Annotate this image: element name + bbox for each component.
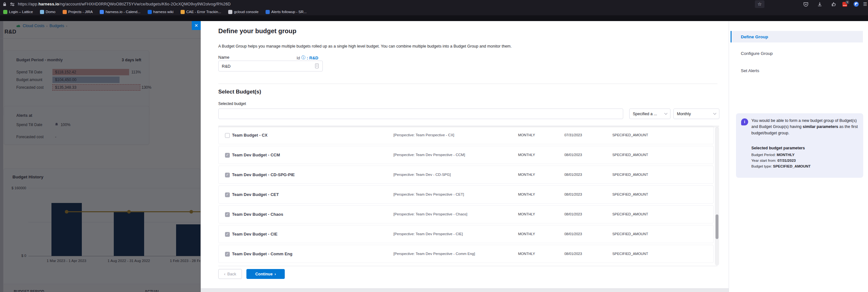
bookmark-item[interactable]: Projects - JIRA xyxy=(63,10,93,14)
bookmarks-bar: Login – Lattice Domo Projects - JIRA har… xyxy=(0,8,868,15)
chevron-down-icon xyxy=(664,112,668,115)
bookmark-favicon xyxy=(63,10,67,14)
budget-row[interactable]: Team Dev Budget - CD-SPG-PIE[Perspective… xyxy=(218,166,714,184)
url-text[interactable]: https://app.harness.io/ng/account/wFHXHD… xyxy=(18,2,231,6)
scrollbar-thumb[interactable] xyxy=(716,214,718,239)
info-bubble-icon: i xyxy=(741,118,748,125)
budget-checkbox[interactable] xyxy=(225,173,230,177)
bookmark-favicon xyxy=(181,10,185,14)
close-icon[interactable]: ✕ xyxy=(192,21,201,30)
info-panel: i You would be able to form a new budget… xyxy=(736,113,863,178)
budget-group-modal: Define your budget group A Budget Group … xyxy=(201,21,868,292)
bookmark-item[interactable]: harness.io - Calend... xyxy=(100,10,140,14)
chevron-down-icon xyxy=(713,112,716,115)
select-budgets-heading: Select Budget(s) xyxy=(218,89,261,95)
bookmark-star-icon[interactable]: ☆ xyxy=(755,0,765,8)
budget-checkbox[interactable] xyxy=(225,192,230,197)
continue-button[interactable]: Continue› xyxy=(246,269,285,279)
budget-row[interactable]: Team Dev Budget - Comm Eng[Perspective: … xyxy=(218,245,714,263)
lock-icon[interactable] xyxy=(3,2,7,6)
name-label: Name xyxy=(218,55,229,60)
budget-row[interactable]: Team Dev Budget - CIE[Perspective: Team … xyxy=(218,225,714,243)
budget-row[interactable]: Team Dev Budget - CET[Perspective: Team … xyxy=(218,185,714,204)
browser-chrome: https://app.harness.io/ng/account/wFHXHD… xyxy=(0,0,868,15)
id-value: : R&D xyxy=(307,56,318,60)
profile-avatar-icon[interactable] xyxy=(852,0,860,8)
budget-checkbox[interactable] xyxy=(225,232,230,237)
budget-checkbox[interactable] xyxy=(225,153,230,158)
modal-subtitle: A Budget Group helps you manage multiple… xyxy=(218,44,512,48)
id-info-icon[interactable]: ⓘ xyxy=(301,55,306,61)
param-budget-period: Budget Period: MONTHLY xyxy=(751,153,795,157)
extension-thumb-icon[interactable] xyxy=(830,0,838,8)
bookmark-item[interactable]: harness wiki xyxy=(148,10,174,14)
budget-checkbox[interactable] xyxy=(225,133,230,138)
id-row: Id ⓘ : R&D xyxy=(297,55,318,61)
budget-list: Team Budget - CX[Perspective: Team Persp… xyxy=(218,126,719,266)
budget-row[interactable]: Team Budget - CX[Perspective: Team Persp… xyxy=(218,126,714,144)
modal-main: Define your budget group A Budget Group … xyxy=(201,21,728,292)
step-define-group[interactable]: Define Group xyxy=(731,31,863,42)
back-button[interactable]: ‹Back xyxy=(218,269,242,279)
name-input[interactable] xyxy=(218,61,323,71)
bookmark-item[interactable]: Domo xyxy=(40,10,56,14)
bookmark-item[interactable]: CAE - Error Trackin... xyxy=(181,10,221,14)
info-text: You would be able to form a new budget g… xyxy=(751,118,858,136)
modal-bottom-strip xyxy=(201,288,728,292)
param-year-start: Year start from: 07/31/2023 xyxy=(751,158,796,162)
budget-row[interactable]: Team Dev Budget - CCM[Perspective: Team … xyxy=(218,146,714,164)
chevron-right-icon: › xyxy=(275,271,276,277)
text-field-icon xyxy=(315,64,319,68)
bookmark-favicon xyxy=(148,10,152,14)
step-set-alerts[interactable]: Set Alerts xyxy=(741,68,760,73)
bookmark-favicon xyxy=(228,10,232,14)
selected-parameters-heading: Selected budget parameters xyxy=(751,146,805,150)
bookmark-favicon xyxy=(266,10,270,14)
budget-checkbox[interactable] xyxy=(225,212,230,217)
budget-type-dropdown[interactable]: Specified a ... xyxy=(629,109,671,119)
permissions-sliders-icon[interactable] xyxy=(10,2,15,6)
bookmark-favicon xyxy=(100,10,104,14)
period-dropdown[interactable]: Monthly xyxy=(673,109,719,119)
bookmark-item[interactable]: gcloud console xyxy=(228,10,258,14)
bookmark-favicon xyxy=(40,10,44,14)
budget-row[interactable]: Team Dev Budget - Chaos[Perspective: Tea… xyxy=(218,205,714,223)
screen: https://app.harness.io/ng/account/wFHXHD… xyxy=(0,0,868,292)
step-configure-group[interactable]: Configure Group xyxy=(741,51,773,56)
url-bar[interactable]: https://app.harness.io/ng/account/wFHXHD… xyxy=(0,0,868,8)
budget-checkbox[interactable] xyxy=(225,252,230,257)
selected-budget-input[interactable] xyxy=(218,109,623,119)
selected-budget-label: Selected budget xyxy=(218,102,246,106)
chevron-left-icon: ‹ xyxy=(224,271,225,277)
wizard-steps-rail: Define Group Configure Group Set Alerts … xyxy=(728,21,868,292)
bookmark-favicon xyxy=(3,10,7,14)
downloads-icon[interactable] xyxy=(815,0,824,8)
divider xyxy=(218,266,717,266)
extension-badge: 1 xyxy=(846,1,849,4)
list-scrollbar[interactable] xyxy=(715,127,719,265)
bookmark-item[interactable]: Login – Lattice xyxy=(3,10,33,14)
param-budget-type: Budget type: SPECIFIED_AMOUNT xyxy=(751,165,810,168)
pocket-icon[interactable] xyxy=(802,0,810,8)
password-manager-extension-icon[interactable]: 1 xyxy=(840,0,849,8)
modal-title: Define your budget group xyxy=(218,28,296,35)
menu-hamburger-icon[interactable]: ☰ xyxy=(862,0,868,8)
bookmark-item[interactable]: Alerts followup - SR... xyxy=(266,10,307,14)
